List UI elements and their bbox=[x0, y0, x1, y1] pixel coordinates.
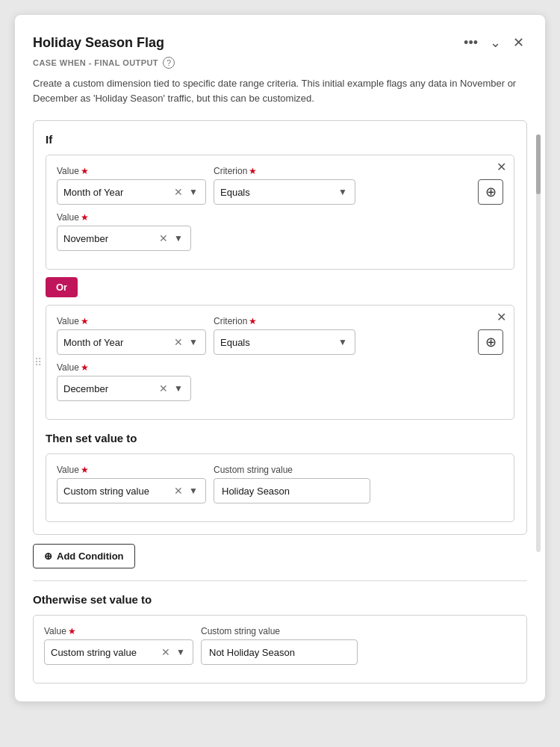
more-icon: ••• bbox=[464, 35, 478, 51]
then-value-group: Value★ Custom string value ✕ ▼ bbox=[57, 465, 206, 503]
condition2-value2-row: Value★ December ✕ ▼ bbox=[57, 362, 503, 401]
plus-icon-2: ⊕ bbox=[485, 334, 497, 350]
otherwise-field-row: Value★ Custom string value ✕ ▼ Custom st… bbox=[44, 626, 516, 665]
collapse-button[interactable]: ⌄ bbox=[487, 33, 504, 52]
condition2-value2-label: Value★ bbox=[57, 362, 191, 373]
close-condition-2-button[interactable]: ✕ bbox=[497, 311, 506, 323]
otherwise-title: Otherwise set value to bbox=[33, 593, 527, 606]
otherwise-value-clear[interactable]: ✕ bbox=[160, 647, 172, 657]
condition2-value2-group: Value★ December ✕ ▼ bbox=[57, 362, 191, 401]
condition2-criterion-label: Criterion★ bbox=[214, 316, 355, 326]
close-condition-1-button[interactable]: ✕ bbox=[497, 161, 506, 173]
divider bbox=[33, 580, 527, 581]
header-actions: ••• ⌄ ✕ bbox=[461, 33, 527, 52]
more-options-button[interactable]: ••• bbox=[461, 34, 481, 52]
condition2-value-label: Value★ bbox=[57, 316, 206, 326]
condition2-value2-text: December bbox=[63, 383, 155, 394]
then-value-label: Value★ bbox=[57, 465, 206, 475]
if-container: If ✕ Value★ Month of Year ✕ ▼ bbox=[33, 120, 527, 535]
add-condition-label: Add Condition bbox=[57, 551, 124, 562]
condition1-plus-button[interactable]: ⊕ bbox=[478, 179, 503, 205]
condition1-value-label: Value★ bbox=[57, 166, 206, 176]
otherwise-value-label: Value★ bbox=[44, 626, 193, 636]
condition-block-2: ⠿ ✕ Value★ Month of Year ✕ ▼ Criterion bbox=[46, 305, 514, 420]
drag-handle-icon: ⠿ bbox=[34, 356, 42, 368]
condition2-value-arrow[interactable]: ▼ bbox=[187, 337, 199, 347]
add-condition-plus-icon: ⊕ bbox=[44, 551, 52, 562]
condition-block-1: ✕ Value★ Month of Year ✕ ▼ Criterion★ bbox=[46, 155, 514, 270]
then-custom-string-label: Custom string value bbox=[214, 465, 370, 475]
condition2-value-group: Value★ Month of Year ✕ ▼ bbox=[57, 316, 206, 355]
otherwise-value-select[interactable]: Custom string value ✕ ▼ bbox=[44, 639, 193, 665]
condition1-value2-row: Value★ November ✕ ▼ bbox=[57, 212, 503, 251]
otherwise-value-arrow[interactable]: ▼ bbox=[175, 647, 187, 657]
condition2-criterion-group: Criterion★ Equals ▼ bbox=[214, 316, 355, 355]
condition1-value-arrow[interactable]: ▼ bbox=[187, 187, 199, 197]
then-value-arrow[interactable]: ▼ bbox=[187, 486, 199, 496]
condition1-value-group: Value★ Month of Year ✕ ▼ bbox=[57, 166, 206, 205]
condition2-top-row: Value★ Month of Year ✕ ▼ Criterion★ Equa… bbox=[57, 316, 503, 355]
otherwise-value-text: Custom string value bbox=[51, 647, 157, 658]
modal-header: Holiday Season Flag ••• ⌄ ✕ bbox=[33, 33, 527, 52]
condition1-value-text: Month of Year bbox=[63, 187, 169, 198]
modal-container: Holiday Season Flag ••• ⌄ ✕ CASE WHEN - … bbox=[15, 15, 545, 701]
then-title: Then set value to bbox=[46, 432, 514, 444]
condition2-value-text: Month of Year bbox=[63, 337, 169, 348]
condition1-value-clear[interactable]: ✕ bbox=[172, 187, 184, 197]
condition1-value2-group: Value★ November ✕ ▼ bbox=[57, 212, 191, 251]
otherwise-value-group: Value★ Custom string value ✕ ▼ bbox=[44, 626, 193, 665]
scrollbar-thumb bbox=[536, 134, 541, 194]
condition1-criterion-label: Criterion★ bbox=[214, 166, 355, 176]
plus-icon: ⊕ bbox=[485, 184, 497, 200]
otherwise-custom-string-label: Custom string value bbox=[201, 626, 358, 636]
condition1-value2-text: November bbox=[63, 233, 155, 244]
condition2-criterion-arrow[interactable]: ▼ bbox=[337, 337, 349, 347]
if-label: If bbox=[46, 133, 514, 146]
or-button[interactable]: Or bbox=[46, 277, 78, 297]
then-value-select[interactable]: Custom string value ✕ ▼ bbox=[57, 478, 206, 503]
otherwise-block: Value★ Custom string value ✕ ▼ Custom st… bbox=[33, 615, 527, 684]
condition2-plus-button[interactable]: ⊕ bbox=[478, 329, 503, 355]
otherwise-custom-string-group: Custom string value bbox=[201, 626, 358, 665]
then-block: Value★ Custom string value ✕ ▼ Custom st… bbox=[46, 453, 514, 522]
collapse-icon: ⌄ bbox=[490, 34, 501, 51]
condition1-value2-clear[interactable]: ✕ bbox=[158, 233, 169, 244]
condition1-top-row: Value★ Month of Year ✕ ▼ Criterion★ Equa… bbox=[57, 166, 503, 205]
modal-title: Holiday Season Flag bbox=[33, 35, 164, 51]
condition1-value-select[interactable]: Month of Year ✕ ▼ bbox=[57, 179, 206, 205]
condition1-value2-select[interactable]: November ✕ ▼ bbox=[57, 226, 191, 251]
close-button[interactable]: ✕ bbox=[510, 33, 527, 52]
help-icon[interactable]: ? bbox=[163, 57, 175, 69]
condition1-criterion-group: Criterion★ Equals ▼ bbox=[214, 166, 355, 205]
then-field-row: Value★ Custom string value ✕ ▼ Custom st… bbox=[57, 465, 503, 503]
close-icon: ✕ bbox=[513, 34, 524, 51]
condition2-value2-clear[interactable]: ✕ bbox=[158, 383, 169, 394]
then-custom-string-input[interactable] bbox=[214, 478, 370, 503]
subtitle-row: CASE WHEN - FINAL OUTPUT ? bbox=[33, 57, 527, 69]
subtitle-text: CASE WHEN - FINAL OUTPUT bbox=[33, 58, 158, 67]
add-condition-button[interactable]: ⊕ Add Condition bbox=[33, 544, 135, 568]
condition1-criterion-arrow[interactable]: ▼ bbox=[337, 187, 349, 197]
condition2-value-clear[interactable]: ✕ bbox=[172, 337, 184, 347]
condition2-value2-arrow[interactable]: ▼ bbox=[172, 383, 184, 394]
condition2-criterion-select[interactable]: Equals ▼ bbox=[214, 329, 355, 355]
modal-description: Create a custom dimension tied to specif… bbox=[33, 76, 527, 105]
condition2-value-select[interactable]: Month of Year ✕ ▼ bbox=[57, 329, 206, 355]
condition1-criterion-text: Equals bbox=[220, 187, 334, 198]
then-value-text: Custom string value bbox=[63, 486, 169, 497]
scrollbar-track bbox=[536, 134, 541, 552]
then-section: Then set value to Value★ Custom string v… bbox=[46, 432, 514, 522]
then-value-clear[interactable]: ✕ bbox=[172, 486, 184, 496]
condition1-criterion-select[interactable]: Equals ▼ bbox=[214, 179, 355, 205]
condition1-value2-label: Value★ bbox=[57, 212, 191, 223]
condition2-value2-select[interactable]: December ✕ ▼ bbox=[57, 376, 191, 401]
or-button-container: Or bbox=[46, 270, 514, 305]
condition2-criterion-text: Equals bbox=[220, 337, 334, 348]
then-custom-string-group: Custom string value bbox=[214, 465, 370, 503]
condition1-value2-arrow[interactable]: ▼ bbox=[172, 233, 184, 244]
otherwise-custom-string-input[interactable] bbox=[201, 639, 358, 665]
